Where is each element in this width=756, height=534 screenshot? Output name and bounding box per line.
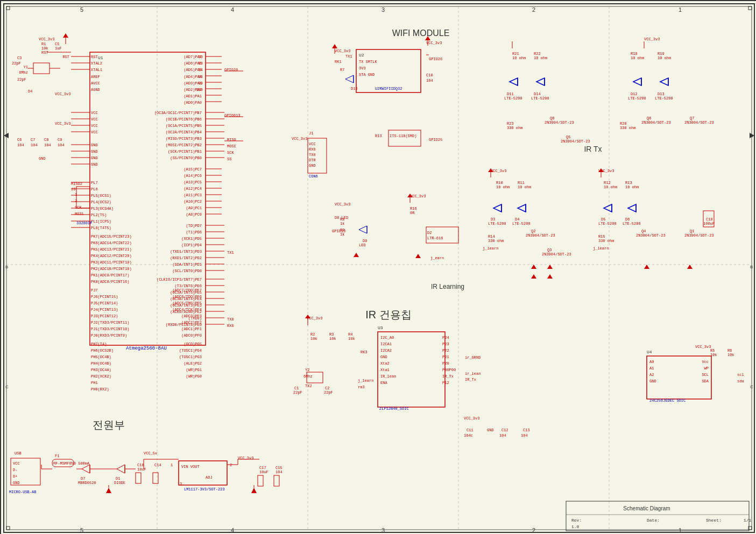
svg-text:LED: LED — [359, 243, 366, 247]
svg-text:(A13)PC5: (A13)PC5 — [183, 180, 202, 184]
svg-text:ENA: ENA — [380, 381, 387, 385]
svg-text:XTAL1: XTAL1 — [91, 68, 102, 72]
svg-text:(A11)PC3: (A11)PC3 — [183, 193, 202, 197]
svg-text:C18: C18 — [706, 217, 713, 222]
svg-text:(AD6)PA6: (AD6)PA6 — [183, 61, 202, 66]
svg-text:1/1: 1/1 — [744, 518, 752, 523]
svg-text:(WR)PG0: (WR)PG0 — [186, 374, 202, 379]
svg-text:3: 3 — [180, 482, 182, 486]
svg-text:R13: R13 — [625, 181, 632, 185]
svg-text:C: C — [5, 385, 9, 389]
svg-text:P00P00: P00P00 — [442, 368, 456, 372]
svg-text:2N3904/SOT-23: 2N3904/SOT-23 — [526, 233, 555, 238]
svg-text:(ADC0)PF0: (ADC0)PF0 — [181, 333, 202, 338]
svg-text:Date:: Date: — [647, 518, 660, 523]
svg-text:104: 104 — [521, 433, 528, 438]
svg-text:104: 104 — [426, 79, 433, 83]
svg-text:C7: C7 — [31, 138, 35, 142]
svg-text:D4: D4 — [515, 217, 519, 222]
svg-text:1.0: 1.0 — [571, 524, 580, 529]
svg-text:D6: D6 — [625, 217, 630, 222]
svg-text:D+: D+ — [13, 474, 17, 479]
svg-text:24C256JEDEC SOIC: 24C256JEDEC SOIC — [649, 398, 686, 403]
svg-text:104: 104 — [499, 433, 506, 438]
svg-text:(TD)PD7: (TD)PD7 — [186, 224, 202, 228]
svg-text:PK5(ADC13/PCINT21): PK5(ADC13/PCINT21) — [91, 247, 132, 252]
svg-text:D7: D7 — [81, 476, 85, 481]
svg-text:D12: D12 — [631, 92, 638, 96]
svg-text:MISO2: MISO2 — [71, 182, 82, 186]
svg-text:Q3: Q3 — [547, 248, 552, 252]
svg-text:VCC: VCC — [91, 111, 98, 115]
svg-text:PK2(ADC10/PCINT18): PK2(ADC10/PCINT18) — [91, 267, 132, 271]
svg-text:(ADC7/TDO)PF7: (ADC7/TDO)PF7 — [172, 288, 202, 293]
svg-text:C17: C17 — [259, 466, 266, 470]
svg-text:(AD0)PA0: (AD0)PA0 — [183, 101, 202, 105]
svg-text:DIODE: DIODE — [114, 481, 125, 485]
svg-text:GND: GND — [91, 162, 98, 167]
svg-text:A0: A0 — [649, 360, 654, 364]
svg-text:10k: 10k — [41, 46, 48, 51]
svg-text:PL1(ICP5): PL1(ICP5) — [91, 219, 111, 224]
svg-text:D8 LED: D8 LED — [335, 216, 348, 220]
svg-text:10k: 10k — [727, 353, 734, 357]
svg-text:(T3/INT6)PE6: (T3/INT6)PE6 — [175, 284, 202, 288]
svg-text:CON6: CON6 — [309, 174, 318, 179]
svg-text:R5: R5 — [710, 348, 715, 353]
svg-text:C15: C15 — [275, 466, 282, 470]
svg-text:R7: R7 — [340, 68, 344, 72]
svg-text:104: 104 — [44, 143, 51, 147]
svg-text:C8: C8 — [44, 138, 48, 142]
svg-text:PH2(XCK2): PH2(XCK2) — [91, 374, 111, 379]
svg-text:VCC_3v3: VCC_3v3 — [335, 49, 350, 53]
svg-text:(A8)PC0: (A8)PC0 — [186, 212, 202, 217]
svg-text:VCC: VCC — [91, 130, 98, 134]
svg-text:VIN VOUT: VIN VOUT — [181, 465, 200, 469]
svg-text:I2CA1: I2CA1 — [380, 342, 392, 346]
svg-text:GND: GND — [380, 355, 387, 359]
svg-text:D4: D4 — [28, 89, 32, 94]
svg-text:LTE-5208: LTE-5208 — [628, 96, 646, 101]
svg-text:(AD4)PA4: (AD4)PA4 — [183, 75, 202, 79]
svg-text:PK0(ADC8/PCINT16): PK0(ADC8/PCINT16) — [91, 280, 129, 284]
svg-text:(SS/PCINT0)PB0: (SS/PCINT0)PB0 — [170, 156, 202, 160]
svg-text:10 ohm: 10 ohm — [496, 185, 510, 189]
svg-text:GND: GND — [91, 149, 98, 154]
svg-text:P12: P12 — [442, 381, 449, 385]
svg-text:PH7(T4): PH7(T4) — [91, 342, 107, 346]
svg-text:Xta1: Xta1 — [380, 368, 390, 372]
svg-text:PJ3(PCINT12): PJ3(PCINT12) — [91, 314, 118, 318]
svg-text:2N3904/SOT-23: 2N3904/SOT-23 — [684, 120, 714, 125]
svg-text:10k: 10k — [329, 337, 336, 341]
svg-text:Atmega2560-8AU: Atmega2560-8AU — [126, 346, 167, 351]
svg-text:GPIO25: GPIO25 — [429, 138, 442, 142]
svg-text:Rev:: Rev: — [571, 518, 582, 523]
svg-text:(TOSC1)PG3: (TOSC1)PG3 — [179, 355, 202, 359]
svg-text:TX1: TX1 — [227, 251, 234, 255]
svg-text:4: 4 — [231, 527, 234, 533]
svg-text:rm3: rm3 — [358, 385, 365, 389]
svg-text:j_learn: j_learn — [358, 379, 373, 383]
svg-text:PJ7: PJ7 — [91, 288, 98, 293]
svg-text:Q8: Q8 — [550, 116, 554, 120]
svg-text:A2: A2 — [649, 373, 654, 377]
svg-text:TX1: TX1 — [345, 54, 352, 59]
svg-text:2: 2 — [532, 527, 535, 533]
svg-text:D11: D11 — [507, 92, 514, 96]
svg-text:P21: P21 — [442, 355, 449, 359]
svg-text:2N3904/SOT-23: 2N3904/SOT-23 — [641, 120, 671, 125]
svg-text:VCC: VCC — [91, 124, 98, 128]
svg-text:10uF: 10uF — [259, 470, 269, 474]
svg-text:PH0(RX2): PH0(RX2) — [91, 387, 109, 391]
svg-text:(A10)PC2: (A10)PC2 — [183, 200, 202, 204]
svg-text:PL3(OCS4A): PL3(OCS4A) — [91, 207, 114, 211]
svg-text:GND: GND — [649, 379, 656, 383]
svg-text:10 ohm: 10 ohm — [658, 56, 671, 60]
svg-text:VCC: VCC — [13, 461, 20, 466]
svg-text:DTR: DTR — [309, 158, 316, 162]
svg-text:전원부: 전원부 — [93, 419, 125, 431]
svg-text:(MOSI/PCINT2)PB2: (MOSI/PCINT2)PB2 — [166, 143, 202, 147]
svg-text:10 ohm: 10 ohm — [631, 56, 644, 60]
svg-text:GND: GND — [39, 156, 46, 161]
svg-text:1uF: 1uF — [55, 46, 62, 51]
